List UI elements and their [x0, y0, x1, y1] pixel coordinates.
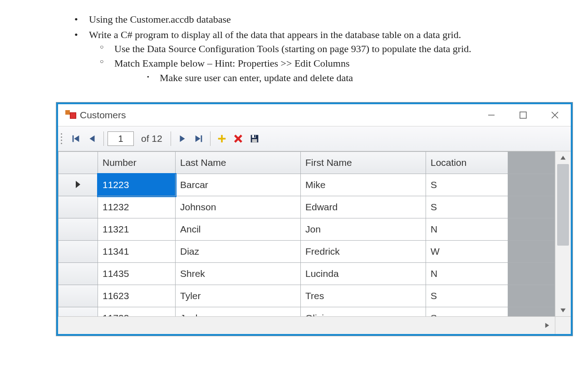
bullet-item: Write a C# program to display all of the… — [64, 28, 561, 85]
nav-add-button[interactable] — [214, 131, 230, 146]
table-row[interactable]: 11435 Shrek Lucinda N — [59, 263, 555, 285]
table-row[interactable]: 11341 Diaz Fredrick W — [59, 241, 555, 263]
scroll-down-icon[interactable] — [555, 304, 571, 317]
cell-number[interactable]: 11232 — [98, 196, 176, 218]
cell-extra — [508, 263, 555, 285]
bullet-text: Using the Customer.accdb database — [89, 14, 231, 25]
toolbar-separator — [171, 131, 171, 146]
scrollbar-thumb[interactable] — [557, 164, 569, 246]
cell-extra — [508, 307, 555, 317]
scroll-up-icon[interactable] — [555, 151, 571, 164]
cell-first-name[interactable]: Fredrick — [301, 241, 426, 263]
row-indicator[interactable] — [59, 174, 98, 196]
cell-last-name[interactable]: Janko — [176, 307, 301, 317]
svg-marker-18 — [560, 156, 565, 160]
svg-marker-5 — [74, 136, 79, 142]
bullet-item: Using the Customer.accdb database — [64, 13, 561, 26]
svg-marker-6 — [90, 136, 95, 142]
row-indicator[interactable] — [59, 285, 98, 307]
cell-last-name[interactable]: Barcar — [176, 174, 301, 196]
nav-position-input[interactable] — [108, 131, 134, 146]
cell-first-name[interactable]: Mike — [301, 174, 426, 196]
toolbar-separator — [210, 131, 211, 146]
cell-last-name[interactable]: Ancil — [176, 218, 301, 241]
cell-location[interactable]: S — [426, 307, 508, 317]
bullet-text: Make sure user can enter, update and del… — [160, 72, 353, 83]
cell-number[interactable]: 11321 — [98, 218, 176, 241]
cell-number[interactable]: 11435 — [98, 263, 176, 285]
cell-number[interactable]: 11623 — [98, 285, 176, 307]
svg-marker-8 — [195, 136, 200, 142]
cell-first-name[interactable]: Jon — [301, 218, 426, 241]
vertical-scrollbar[interactable] — [555, 151, 571, 317]
svg-marker-19 — [560, 309, 565, 312]
row-indicator[interactable] — [59, 196, 98, 218]
row-indicator[interactable] — [59, 218, 98, 241]
cell-first-name[interactable]: Lucinda — [301, 263, 426, 285]
close-button[interactable] — [539, 104, 571, 126]
column-header-first-name[interactable]: First Name — [301, 152, 426, 174]
cell-last-name[interactable]: Tyler — [176, 285, 301, 307]
scrollbar-track[interactable] — [555, 164, 571, 304]
nav-prev-button[interactable] — [84, 131, 100, 146]
bullet-text: Write a C# program to display all of the… — [89, 29, 461, 40]
nav-last-button[interactable] — [191, 131, 206, 146]
row-indicator[interactable] — [59, 263, 98, 285]
minimize-button[interactable] — [475, 104, 507, 126]
svg-rect-1 — [520, 112, 526, 118]
row-header-corner[interactable] — [59, 152, 98, 174]
cell-extra — [508, 285, 555, 307]
cell-location[interactable]: W — [426, 241, 508, 263]
column-header-extra — [508, 152, 555, 174]
cell-location[interactable]: S — [426, 285, 508, 307]
sub-sub-bullet-item: Make sure user can enter, update and del… — [114, 71, 561, 85]
cell-number[interactable]: 11223 — [98, 174, 176, 196]
column-header-number[interactable]: Number — [98, 152, 176, 174]
cell-last-name[interactable]: Diaz — [176, 241, 301, 263]
nav-next-button[interactable] — [175, 131, 190, 146]
table-row[interactable]: 11722 Janko Olivia S — [59, 307, 555, 317]
column-header-location[interactable]: Location — [426, 152, 508, 174]
cell-extra — [508, 174, 555, 196]
cell-extra — [508, 218, 555, 241]
cell-extra — [508, 196, 555, 218]
svg-marker-7 — [180, 136, 185, 142]
cell-last-name[interactable]: Shrek — [176, 263, 301, 285]
horizontal-scrollbar[interactable] — [58, 316, 555, 334]
row-indicator[interactable] — [59, 241, 98, 263]
cell-number[interactable]: 11722 — [98, 307, 176, 317]
binding-navigator: of 12 — [58, 126, 571, 151]
nav-save-button[interactable] — [247, 131, 262, 146]
cell-location[interactable]: S — [426, 196, 508, 218]
maximize-button[interactable] — [507, 104, 539, 126]
customers-window: Customers of 12 — [56, 102, 573, 336]
table-row[interactable]: 11223 Barcar Mike S — [59, 174, 555, 196]
cell-location[interactable]: N — [426, 263, 508, 285]
scroll-right-icon[interactable] — [539, 317, 555, 334]
window-title: Customers — [80, 110, 126, 121]
table-row[interactable]: 11623 Tyler Tres S — [59, 285, 555, 307]
svg-rect-4 — [73, 136, 74, 142]
cell-first-name[interactable]: Tres — [301, 285, 426, 307]
svg-rect-11 — [218, 138, 225, 140]
nav-first-button[interactable] — [68, 131, 83, 146]
cell-location[interactable]: N — [426, 218, 508, 241]
svg-marker-20 — [545, 323, 549, 328]
column-header-row: Number Last Name First Name Location — [59, 152, 555, 174]
svg-rect-9 — [201, 136, 202, 142]
cell-extra — [508, 241, 555, 263]
nav-delete-button[interactable] — [230, 131, 246, 146]
column-header-last-name[interactable]: Last Name — [176, 152, 301, 174]
row-indicator[interactable] — [59, 307, 98, 317]
cell-last-name[interactable]: Johnson — [176, 196, 301, 218]
cell-first-name[interactable]: Olivia — [301, 307, 426, 317]
cell-first-name[interactable]: Edward — [301, 196, 426, 218]
table-row[interactable]: 11321 Ancil Jon N — [59, 218, 555, 241]
data-grid[interactable]: Number Last Name First Name Location 112… — [58, 151, 571, 334]
bullet-text: Match Example below – Hint: Properties >… — [114, 58, 350, 69]
cell-location[interactable]: S — [426, 174, 508, 196]
window-titlebar: Customers — [58, 104, 571, 126]
svg-rect-17 — [252, 139, 257, 142]
table-row[interactable]: 11232 Johnson Edward S — [59, 196, 555, 218]
cell-number[interactable]: 11341 — [98, 241, 176, 263]
